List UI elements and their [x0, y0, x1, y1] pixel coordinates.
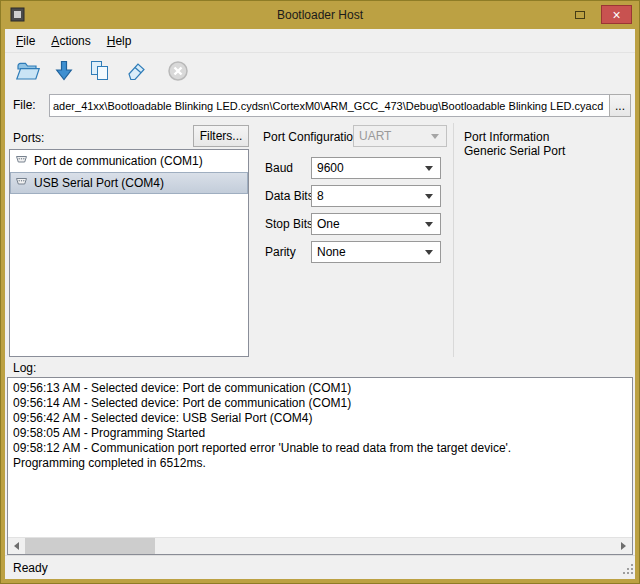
file-label: File:: [13, 98, 36, 112]
baud-label: Baud: [265, 161, 293, 175]
baud-value: 9600: [317, 161, 344, 175]
log-output[interactable]: 09:56:13 AM - Selected device: Port de c…: [7, 377, 633, 555]
port-list-item-label: USB Serial Port (COM4): [34, 176, 164, 190]
ports-section: Ports: Filters... Port de communication …: [5, 123, 635, 357]
triangle-left-icon: [14, 542, 19, 550]
documents-icon: [88, 59, 112, 86]
log-line: 09:56:14 AM - Selected device: Port de c…: [13, 396, 628, 411]
port-information-title: Port Information: [464, 130, 549, 144]
log-line: Programming completed in 6512ms.: [13, 456, 628, 471]
triangle-right-icon: [621, 542, 626, 550]
client-area: File Actions Help: [5, 29, 635, 579]
stop-bits-select[interactable]: One: [311, 213, 441, 235]
app-window: Bootloader Host × File Actions Help: [0, 0, 640, 584]
data-bits-label: Data Bits: [265, 189, 314, 203]
chevron-down-icon: [425, 194, 433, 199]
log-label: Log:: [13, 361, 36, 375]
parity-value: None: [317, 245, 346, 259]
toolbar: [5, 53, 635, 91]
menu-help[interactable]: Help: [99, 30, 140, 52]
log-line: 09:56:42 AM - Selected device: USB Seria…: [13, 411, 628, 426]
close-icon: ×: [612, 8, 620, 22]
stop-bits-label: Stop Bits: [265, 217, 313, 231]
log-line: 09:56:13 AM - Selected device: Port de c…: [13, 381, 628, 396]
port-list-item[interactable]: Port de communication (COM1): [10, 150, 248, 172]
status-bar: Ready: [5, 555, 635, 579]
abort-button: [163, 57, 193, 87]
protocol-value: UART: [359, 129, 391, 143]
serial-port-icon: [15, 154, 28, 168]
abort-icon: [166, 59, 190, 86]
chevron-down-icon: [425, 166, 433, 171]
program-button[interactable]: [49, 57, 79, 87]
scroll-right-button[interactable]: [615, 538, 632, 554]
parity-label: Parity: [265, 245, 296, 259]
filters-button[interactable]: Filters...: [193, 125, 249, 147]
chevron-down-icon: [425, 222, 433, 227]
ports-list[interactable]: Port de communication (COM1) USB Serial …: [9, 149, 249, 357]
scrollbar-thumb[interactable]: [25, 538, 155, 554]
minimize-button[interactable]: [566, 5, 594, 24]
scroll-left-button[interactable]: [8, 538, 25, 554]
chevron-down-icon: [431, 134, 439, 139]
protocol-select: UART: [353, 125, 447, 147]
eraser-icon: [123, 59, 149, 86]
stop-bits-value: One: [317, 217, 340, 231]
port-list-item-label: Port de communication (COM1): [34, 154, 203, 168]
erase-button[interactable]: [121, 57, 151, 87]
log-line: 09:58:12 AM - Communication port reporte…: [13, 441, 628, 456]
file-path-input[interactable]: [49, 94, 611, 117]
menu-bar: File Actions Help: [5, 29, 635, 53]
port-configuration-title: Port Configuration: [263, 130, 360, 144]
close-button[interactable]: ×: [601, 5, 632, 24]
resize-grip-icon[interactable]: [621, 562, 634, 578]
serial-port-icon: [15, 176, 28, 190]
port-list-item[interactable]: USB Serial Port (COM4): [10, 172, 248, 194]
parity-select[interactable]: None: [311, 241, 441, 263]
program-arrow-icon: [52, 59, 76, 86]
open-file-button[interactable]: [13, 57, 43, 87]
minimize-icon: [575, 11, 585, 19]
log-line: 09:58:05 AM - Programming Started: [13, 426, 628, 441]
open-folder-icon: [15, 59, 41, 86]
port-configuration-panel: Port Configuration UART Baud 9600 Data B…: [257, 123, 453, 357]
window-title: Bootloader Host: [1, 8, 639, 22]
port-information-text: Generic Serial Port: [464, 144, 565, 158]
file-row: File: ...: [5, 93, 635, 121]
port-information-panel: Port Information Generic Serial Port: [453, 123, 635, 357]
data-bits-select[interactable]: 8: [311, 185, 441, 207]
menu-file[interactable]: File: [8, 30, 43, 52]
status-text: Ready: [13, 561, 48, 575]
chevron-down-icon: [425, 250, 433, 255]
verify-button[interactable]: [85, 57, 115, 87]
data-bits-value: 8: [317, 189, 324, 203]
title-bar: Bootloader Host ×: [1, 1, 639, 29]
log-lines: 09:56:13 AM - Selected device: Port de c…: [13, 381, 628, 536]
baud-select[interactable]: 9600: [311, 157, 441, 179]
ports-label: Ports:: [13, 131, 44, 145]
horizontal-scrollbar[interactable]: [8, 537, 632, 554]
browse-button[interactable]: ...: [609, 94, 631, 117]
menu-actions[interactable]: Actions: [43, 30, 98, 52]
